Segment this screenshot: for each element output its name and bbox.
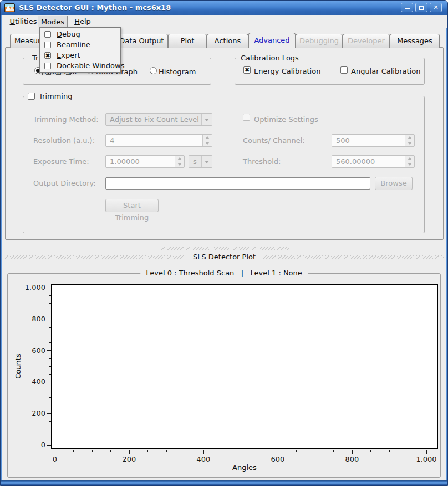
menu-item-label: Dockable Windows [57,62,124,70]
tab-advanced[interactable]: Advanced [248,33,296,48]
axis-tick [49,335,51,335]
checkbox-unchecked-icon [44,63,51,69]
exposure-time-label: Exposure Time: [33,155,89,168]
output-directory-input[interactable] [105,177,370,190]
threshold-value: 560.00000 [336,156,375,167]
axis-tick [426,450,427,454]
axis-tick [49,397,51,398]
y-tick-label: 800 [17,314,45,324]
optimize-settings-label: Optimize Settings [254,113,318,126]
spin-down-icon [408,163,412,166]
spin-up-icon [408,136,412,139]
spinner-buttons [405,156,414,167]
plot-dock-titlebar[interactable]: SLS Detector Plot [5,252,444,261]
energy-calibration-checkbox[interactable]: ✖ [243,66,251,74]
exposure-time-value: 1.00000 [110,156,140,167]
resolution-value: 4 [110,135,114,146]
minimize-button[interactable] [401,3,413,12]
counts-channel-spinbox: 500 [332,134,415,147]
plot-canvas[interactable] [51,284,438,449]
axis-tick [55,450,55,454]
x-axis-title: Angles [52,463,437,472]
y-tick-label: 400 [17,377,45,387]
axis-tick [73,450,74,452]
axis-tick [333,450,334,452]
axis-tick [49,303,51,304]
radio-histogram-label: Histogram [159,68,196,76]
y-tick-label: 1,000 [17,283,45,293]
axis-tick [296,450,297,452]
plot-group: Level 0 : Threshold Scan | Level 1 : Non… [7,273,441,478]
exposure-unit-value: s [193,156,197,167]
trimming-method-combo: Adjust to Fix Count Level [105,113,212,126]
close-button[interactable]: ✕ [430,3,442,12]
exposure-time-spinbox: 1.00000 [105,155,185,168]
axis-tick [370,450,371,452]
menu-utilities[interactable]: Utilities [9,16,38,27]
axis-tick [49,327,51,328]
optimize-settings-checkbox [243,114,250,121]
menu-item-debug[interactable]: Debug [40,29,120,39]
counts-channel-label: Counts/ Channel: [243,134,305,147]
checkbox-checked-icon: ✖ [44,52,51,59]
axis-tick [408,450,408,452]
trimming-group: Trimming Trimming Method: Adjust to Fix … [23,96,425,233]
checkbox-unchecked-icon [44,42,51,48]
menu-modes[interactable]: Modes [38,16,68,27]
close-icon: ✕ [430,3,441,12]
y-tick-label: 600 [17,346,45,356]
x-tick-label: 600 [261,455,294,463]
resolution-label: Resolution (a.u.): [33,134,95,147]
menu-item-beamline[interactable]: Beamline [40,39,120,50]
menu-item-expert[interactable]: ✖Expert [40,50,120,60]
axis-tick [47,319,51,319]
axis-tick [185,450,185,452]
chevron-down-icon [205,161,209,163]
axis-tick [389,450,390,452]
menu-bar: UtilitiesModesHelp [2,15,447,28]
start-trimming-button: Start Trimming [105,199,159,212]
tab-plot[interactable]: Plot [168,34,207,48]
title-bar[interactable]: SLS Detector GUI : Mythen - mcs6x18 ✕ [1,1,447,15]
menu-help[interactable]: Help [72,16,93,27]
menu-item-label: Debug [57,30,80,38]
axis-tick [259,450,259,452]
angular-calibration-checkbox[interactable] [340,66,348,74]
resolution-spinbox: 4 [105,134,212,147]
window-title: SLS Detector GUI : Mythen - mcs6x18 [19,1,171,15]
axis-tick [47,382,51,382]
axis-tick [47,445,51,446]
tab-actions[interactable]: Actions [207,34,248,48]
axis-tick [47,350,51,351]
x-tick-label: 800 [335,455,369,463]
x-tick-label: 0 [38,455,72,463]
angular-calibration-label: Angular Calibration [351,67,420,75]
menu-item-dockable-windows[interactable]: Dockable Windows [40,60,120,71]
browse-button: Browse [375,177,413,190]
axis-tick [49,311,51,311]
y-axis-title: Counts [14,333,24,400]
axis-tick [47,413,51,414]
maximize-button[interactable] [415,3,427,12]
trimming-group-checkbox[interactable] [28,93,35,100]
combo-dropdown-zone [201,156,212,167]
threshold-label: Threshold: [243,155,281,168]
checkbox-check-icon: ✖ [244,67,250,74]
tab-messages[interactable]: Messages [390,34,440,48]
modes-menu-popup: DebugBeamline✖ExpertDockable Windows [39,27,121,73]
axis-tick [47,288,51,288]
checkbox-check-icon: ✖ [45,53,50,59]
menu-item-label: Expert [57,51,80,59]
window-border-left [1,15,2,485]
radio-histogram[interactable] [150,67,157,74]
calibration-logs-group-title: Calibration Logs [238,54,301,62]
trimming-group-title: Trimming [37,92,74,100]
splitter-handle[interactable] [161,247,289,250]
spinner-buttons [405,135,414,146]
axis-tick [49,406,51,406]
tab-debugging: Debugging [296,34,343,48]
axis-tick [92,450,93,452]
dock-hatch-left [5,255,185,259]
threshold-spinbox: 560.00000 [332,155,415,168]
tab-data-output[interactable]: Data Output [115,34,168,48]
